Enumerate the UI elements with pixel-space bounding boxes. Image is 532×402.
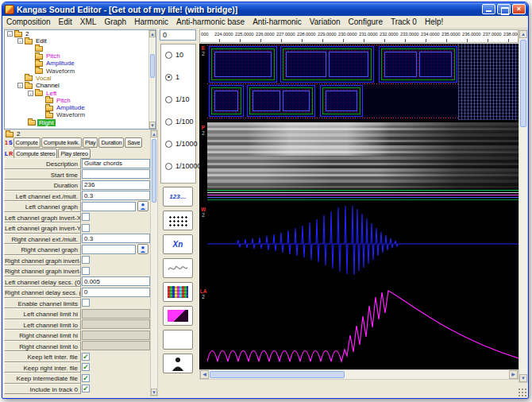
note-block[interactable] [280, 46, 374, 83]
duration-button[interactable]: Duration [98, 137, 124, 148]
scroll-thumb[interactable] [150, 54, 155, 78]
left-invert-x-checkbox[interactable] [82, 213, 90, 221]
left-graph-field[interactable] [82, 202, 136, 211]
numbers-tool-button[interactable]: 123… [163, 187, 193, 207]
left-graph-picker-button[interactable] [137, 201, 148, 211]
xn-tool-button[interactable]: Xn [163, 234, 193, 254]
events-track-panel[interactable] [207, 44, 519, 120]
squiggle-tool-button[interactable] [163, 258, 193, 278]
menu-antiharmonic[interactable]: Anti-harmonic [249, 17, 306, 27]
description-field[interactable] [82, 159, 150, 168]
menu-xml[interactable]: XML [76, 17, 101, 27]
compute-button[interactable]: Compute [13, 137, 40, 148]
tree-item-left[interactable]: - Left [5, 89, 156, 96]
right-ext-mult-field[interactable] [82, 234, 150, 243]
keep-right-file-checkbox[interactable]: ✓ [82, 363, 90, 371]
tree-item-amplitude[interactable]: Amplitude [5, 60, 156, 67]
zoom-option-1-100[interactable]: 1/100 [165, 118, 194, 126]
menu-composition[interactable]: Composition [2, 17, 55, 27]
zoom-option-1[interactable]: •1 [165, 73, 179, 81]
right-graph-field[interactable] [82, 245, 136, 254]
minimize-button[interactable] [482, 4, 495, 14]
scroll-right-icon[interactable]: ▶ [509, 370, 518, 379]
menu-help[interactable]: Help! [421, 17, 447, 27]
menu-graph[interactable]: Graph [100, 17, 130, 27]
resize-grip[interactable] [518, 388, 526, 396]
scroll-thumb[interactable] [520, 40, 526, 127]
scroll-thumb[interactable] [152, 139, 156, 203]
scroll-thumb[interactable] [210, 371, 345, 378]
zoom-option-10[interactable]: 10 [165, 51, 183, 59]
include-in-track0-checkbox[interactable]: ✓ [82, 385, 90, 392]
collapse-icon[interactable]: - [17, 83, 23, 88]
tree-item-right-selected[interactable]: Right [5, 119, 156, 126]
note-block[interactable] [320, 85, 363, 117]
menu-antiharmonic-base[interactable]: Anti-harmonic base [172, 17, 249, 27]
collapse-icon[interactable]: - [7, 31, 13, 37]
menu-configure[interactable]: Configure [345, 17, 387, 27]
loudness-track-panel[interactable] [207, 286, 519, 368]
right-invert-y-checkbox[interactable] [82, 267, 90, 275]
tree-item-waveform[interactable]: Waveform [5, 67, 156, 74]
right-invert-x-checkbox[interactable] [82, 256, 90, 264]
right-graph-picker-button[interactable] [137, 244, 148, 254]
note-block[interactable] [209, 46, 277, 83]
scroll-up-icon[interactable]: ▲ [149, 30, 156, 37]
menu-track0[interactable]: Track 0 [387, 17, 421, 27]
keep-left-file-checkbox[interactable]: ✓ [82, 353, 90, 361]
right-delay-field[interactable] [82, 288, 150, 297]
tree-item-root[interactable]: - 2 [5, 30, 156, 37]
scroll-down-icon[interactable]: ▼ [149, 122, 156, 129]
tree-item-left-amplitude[interactable]: Amplitude [5, 104, 156, 111]
pixel-pattern-tool-button[interactable] [163, 282, 193, 302]
tree-item-channel[interactable]: - Channel [5, 82, 156, 89]
horizontal-scrollbar[interactable]: ◀ ▶ [199, 369, 519, 380]
magenta-tool-button[interactable] [163, 306, 193, 326]
tree-item-vocal[interactable]: Vocal [5, 75, 156, 82]
keep-intermediate-file-checkbox[interactable]: ✓ [82, 374, 90, 382]
offset-value-box[interactable]: 0 [160, 29, 196, 41]
collapse-icon[interactable]: - [17, 38, 23, 44]
title-bar[interactable]: Kangas Sound Editor - [Get out of my lif… [2, 2, 528, 16]
tree-item-left-pitch[interactable]: Pitch [5, 97, 156, 104]
tree-item-left-waveform[interactable]: Waveform [5, 111, 156, 118]
menu-variation[interactable]: Variation [306, 17, 345, 27]
tree-item-pitch[interactable]: Pitch [5, 52, 156, 60]
note-block[interactable] [379, 46, 457, 83]
start-time-field[interactable] [82, 169, 150, 179]
play-button[interactable]: Play [83, 137, 98, 148]
figure-tool-button[interactable] [163, 354, 193, 373]
waveform-track-panel[interactable] [207, 204, 519, 284]
tree-item-unnamed[interactable] [5, 45, 156, 52]
scroll-down-icon[interactable]: ▼ [151, 388, 157, 396]
zoom-option-1-10000[interactable]: 1/10000 [165, 162, 202, 170]
left-ext-mult-field[interactable] [82, 191, 150, 200]
form-scrollbar[interactable]: ▲ ▼ [150, 129, 158, 396]
scroll-up-icon[interactable]: ▲ [519, 30, 527, 38]
scroll-down-icon[interactable]: ▼ [519, 374, 527, 382]
enable-limits-checkbox[interactable] [82, 299, 90, 307]
save-button[interactable]: Save [125, 137, 142, 148]
tree-item-edit[interactable]: - Edit [5, 37, 156, 44]
dots-tool-button[interactable] [163, 211, 193, 230]
duration-field[interactable] [82, 180, 150, 190]
menu-harmonic[interactable]: Harmonic [130, 17, 172, 27]
note-block[interactable] [209, 85, 244, 117]
scroll-left-icon[interactable]: ◀ [200, 370, 209, 379]
zoom-option-1-1000[interactable]: 1/1000 [165, 140, 198, 148]
compute-kwik-button[interactable]: Compute kwik. [41, 137, 82, 148]
close-button[interactable]: × [512, 4, 526, 14]
zoom-option-1-10[interactable]: 1/10 [165, 95, 190, 103]
left-invert-y-checkbox[interactable] [82, 224, 90, 232]
scroll-up-icon[interactable]: ▲ [151, 130, 157, 137]
left-delay-field[interactable] [82, 276, 150, 286]
tree-scrollbar[interactable]: ▲ ▼ [148, 30, 156, 129]
maximize-button[interactable] [497, 4, 511, 14]
collapse-icon[interactable]: - [28, 91, 33, 96]
menu-edit[interactable]: Edit [55, 17, 76, 27]
blank-tool-button[interactable] [163, 330, 193, 350]
note-block[interactable] [247, 85, 315, 117]
spectrum-track-panel[interactable] [207, 122, 519, 202]
vertical-scrollbar[interactable]: ▲ ▼ [519, 29, 528, 383]
time-ruler[interactable]: 000 224.0000 225.0000 226.0000 227.0000 … [199, 29, 519, 43]
